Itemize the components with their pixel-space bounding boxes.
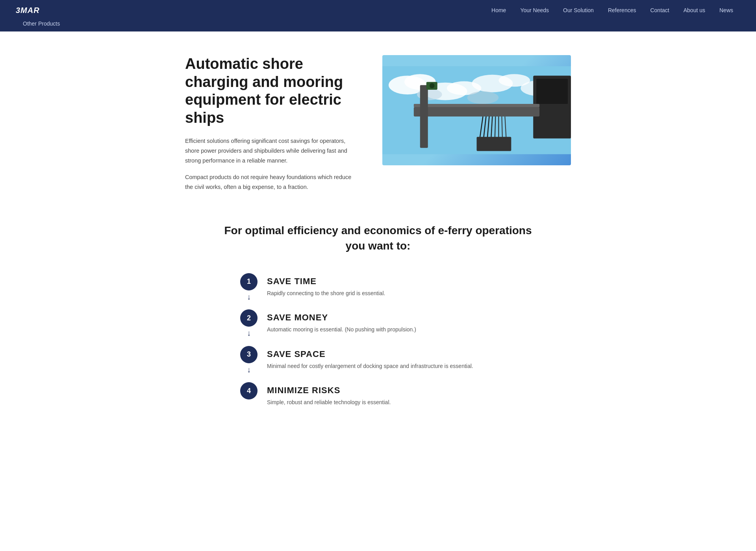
- step-title-4: MINIMIZE RISKS: [267, 385, 391, 396]
- step-arrow-2: ↓: [247, 329, 251, 337]
- step-title-2: SAVE MONEY: [267, 312, 416, 323]
- step-left-4: 4: [240, 382, 258, 399]
- step-left-1: 1↓: [240, 273, 258, 303]
- svg-rect-11: [536, 79, 568, 104]
- efficiency-section: For optimal efficiency and economics of …: [201, 223, 555, 431]
- step-arrow-1: ↓: [247, 293, 251, 301]
- step-left-2: 2↓: [240, 309, 258, 339]
- step-content-4: MINIMIZE RISKSSimple, robust and reliabl…: [267, 382, 391, 407]
- navigation: 3MAR HomeYour NeedsOur SolutionReference…: [0, 0, 756, 31]
- step-content-1: SAVE TIMERapidly connecting to the shore…: [267, 273, 385, 309]
- step-content-2: SAVE MONEYAutomatic mooring is essential…: [267, 309, 416, 346]
- hero-title: Automatic shore charging and mooring equ…: [185, 55, 359, 127]
- nav-link-references[interactable]: References: [601, 0, 643, 20]
- step-content-3: SAVE SPACEMinimal need for costly enlarg…: [267, 346, 473, 382]
- nav-links-row2: Other Products: [16, 20, 740, 31]
- nav-links-row1: HomeYour NeedsOur SolutionReferencesCont…: [484, 0, 740, 20]
- svg-rect-13: [414, 104, 539, 107]
- svg-rect-23: [477, 137, 511, 151]
- step-item: 2↓SAVE MONEYAutomatic mooring is essenti…: [240, 309, 516, 346]
- step-circle-3: 3: [240, 346, 258, 363]
- hero-section: Automatic shore charging and mooring equ…: [161, 55, 595, 199]
- step-circle-2: 2: [240, 309, 258, 327]
- step-desc-4: Simple, robust and reliable technology i…: [267, 398, 391, 407]
- step-item: 1↓SAVE TIMERapidly connecting to the sho…: [240, 273, 516, 309]
- step-title-3: SAVE SPACE: [267, 349, 473, 359]
- hero-text-block: Automatic shore charging and mooring equ…: [185, 55, 359, 199]
- hero-desc-1: Efficient solutions offering significant…: [185, 136, 359, 165]
- step-title-1: SAVE TIME: [267, 276, 385, 287]
- hero-desc-2: Compact products do not require heavy fo…: [185, 172, 359, 192]
- svg-rect-14: [420, 85, 428, 148]
- hero-image-container: [382, 55, 571, 165]
- step-circle-1: 1: [240, 273, 258, 290]
- step-item: 3↓SAVE SPACEMinimal need for costly enla…: [240, 346, 516, 382]
- hero-image: [382, 55, 571, 165]
- efficiency-title: For optimal efficiency and economics of …: [217, 223, 539, 253]
- nav-link-our-solution[interactable]: Our Solution: [556, 0, 601, 20]
- step-arrow-3: ↓: [247, 366, 251, 373]
- nav-link-contact[interactable]: Contact: [643, 0, 676, 20]
- svg-rect-12: [414, 107, 539, 116]
- step-desc-3: Minimal need for costly enlargement of d…: [267, 362, 473, 370]
- step-left-3: 3↓: [240, 346, 258, 376]
- svg-point-9: [467, 91, 499, 104]
- step-desc-1: Rapidly connecting to the shore grid is …: [267, 289, 385, 298]
- step-circle-4: 4: [240, 382, 258, 399]
- svg-point-25: [430, 83, 435, 88]
- steps-list: 1↓SAVE TIMERapidly connecting to the sho…: [240, 273, 516, 407]
- nav-link-about-us[interactable]: About us: [676, 0, 712, 20]
- site-logo[interactable]: 3MAR: [16, 6, 40, 15]
- nav-link-news[interactable]: News: [712, 0, 740, 20]
- nav-link-other-products[interactable]: Other Products: [16, 20, 67, 28]
- step-item: 4MINIMIZE RISKSSimple, robust and reliab…: [240, 382, 516, 407]
- step-desc-2: Automatic mooring is essential. (No push…: [267, 325, 416, 334]
- nav-link-your-needs[interactable]: Your Needs: [513, 0, 556, 20]
- nav-link-home[interactable]: Home: [484, 0, 513, 20]
